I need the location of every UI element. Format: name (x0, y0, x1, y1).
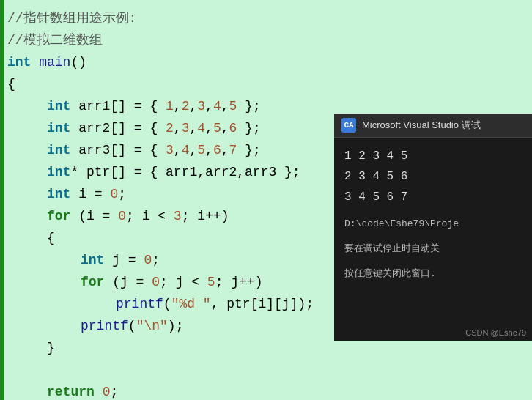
comment-2: //模拟二维数组 (7, 29, 103, 51)
console-path: D:\code\Eshe79\Proje (344, 217, 522, 232)
left-bar (0, 0, 4, 400)
console-window: CA Microsoft Visual Studio 调试 1 2 3 4 5 … (334, 114, 532, 341)
console-title: Microsoft Visual Studio 调试 (362, 119, 481, 132)
output-line-2: 2 3 4 5 6 (344, 167, 522, 186)
output-line-3: 3 4 5 6 7 (344, 188, 522, 207)
code-line-2: //模拟二维数组 (0, 29, 532, 51)
bottom-label: CSDN @Eshe79 (465, 328, 526, 337)
code-line-4: { (0, 73, 532, 95)
console-titlebar: CA Microsoft Visual Studio 调试 (334, 114, 532, 138)
code-line-blank (0, 359, 532, 381)
code-line-1: //指针数组用途示例: (0, 7, 532, 29)
console-body: 1 2 3 4 5 2 3 4 5 6 3 4 5 6 7 D:\code\Es… (334, 138, 532, 341)
code-line-17: return 0; (0, 381, 532, 400)
code-line-3: int main() (0, 51, 532, 73)
console-bottom-bar: CSDN @Eshe79 (334, 325, 532, 341)
comment-1: //指针数组用途示例: (7, 7, 136, 29)
console-msg2: 按任意键关闭此窗口. (344, 267, 522, 281)
console-msg1: 要在调试停止时自动关 (344, 242, 522, 256)
vs-icon: CA (341, 118, 356, 133)
keyword-int-main: int (7, 51, 31, 73)
output-line-1: 1 2 3 4 5 (344, 147, 522, 166)
